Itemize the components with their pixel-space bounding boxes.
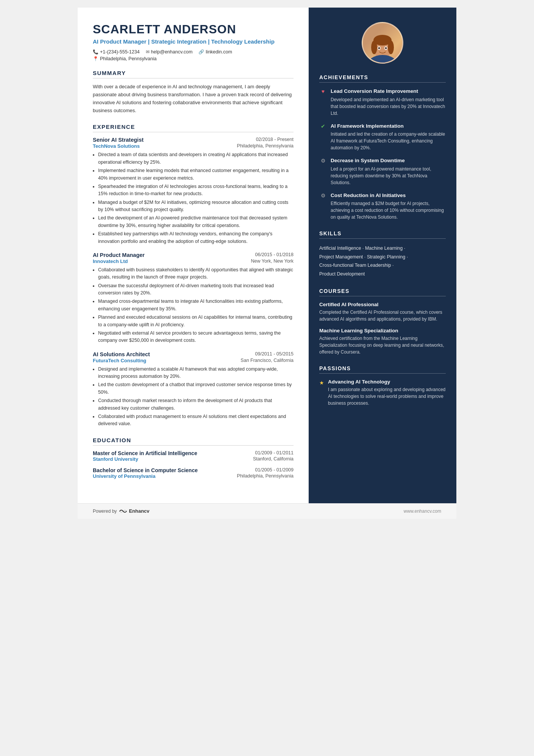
brand-name: Enhancv xyxy=(129,508,149,514)
passions-title: PASSIONS xyxy=(319,365,446,374)
website-contact: 🔗 linkedin.com xyxy=(198,49,232,55)
svg-point-4 xyxy=(371,41,377,54)
achievement-content: AI Framework Implementation Initiated an… xyxy=(331,123,446,152)
achievement-icon: ✔ xyxy=(319,123,327,131)
exp-location: San Francisco, California xyxy=(240,358,294,363)
achievement-title: Cost Reduction in AI Initiatives xyxy=(331,192,446,199)
achievements-section: ACHIEVEMENTS ♥ Lead Conversion Rate Impr… xyxy=(319,74,446,221)
exp-company: FuturaTech Consulting xyxy=(93,358,146,363)
achievement-title: Decrease in System Downtime xyxy=(331,157,446,164)
achievement-item: ♥ Lead Conversion Rate Improvement Devel… xyxy=(319,88,446,117)
achievement-icon: ⚙ xyxy=(319,158,327,165)
achievement-item: ⚙ Decrease in System Downtime Led a proj… xyxy=(319,157,446,186)
courses-section: COURSES Certified AI Professional Comple… xyxy=(319,288,446,355)
exp-company: Innovatech Ltd xyxy=(93,258,128,264)
achievement-title: Lead Conversion Rate Improvement xyxy=(331,88,446,95)
course-item: Certified AI Professional Completed the … xyxy=(319,302,446,322)
phone-contact: 📞 +1-(234)-555-1234 xyxy=(93,49,140,55)
list-item: Managed a budget of $2M for AI initiativ… xyxy=(98,199,294,214)
list-item: Led the custom development of a chatbot … xyxy=(98,381,294,396)
edu-school-row: Stanford University Stanford, California xyxy=(93,456,294,462)
powered-by-label: Powered by xyxy=(93,509,117,514)
edu-school: University of Pennsylvania xyxy=(93,473,155,479)
edu-header: Bachelor of Science in Computer Science … xyxy=(93,467,294,473)
exp-dates: 06/2015 - 01/2018 xyxy=(255,252,294,257)
exp-location: Philadelphia, Pennsylvania xyxy=(237,143,294,149)
exp-dates: 02/2018 - Present xyxy=(256,137,294,142)
edu-school: Stanford University xyxy=(93,456,138,462)
achievement-content: Lead Conversion Rate Improvement Develop… xyxy=(331,88,446,117)
resume-wrapper: SCARLETT ANDERSON AI Product Manager | S… xyxy=(78,8,456,519)
summary-section: SUMMARY With over a decade of experience… xyxy=(93,70,294,114)
list-item: Oversaw the successful deployment of AI-… xyxy=(98,282,294,297)
edu-location: Philadelphia, Pennsylvania xyxy=(237,473,294,479)
location-text: Philadelphia, Pennsylvania xyxy=(100,56,156,61)
header: SCARLETT ANDERSON AI Product Manager | S… xyxy=(93,23,294,61)
left-column: SCARLETT ANDERSON AI Product Manager | S… xyxy=(78,8,309,503)
list-item: Managed cross-departmental teams to inte… xyxy=(98,298,294,313)
exp-header: AI Product Manager 06/2015 - 01/2018 xyxy=(93,252,294,258)
list-item: Negotiated with external AI service prov… xyxy=(98,330,294,344)
exp-location: New York, New York xyxy=(251,258,294,264)
exp-company: TechNova Solutions xyxy=(93,143,140,149)
list-item: Designed and implemented a scalable AI f… xyxy=(98,366,294,380)
exp-dates: 09/2011 - 05/2015 xyxy=(255,351,294,357)
resume-body: SCARLETT ANDERSON AI Product Manager | S… xyxy=(78,8,456,503)
phone-icon: 📞 xyxy=(93,49,98,55)
achievement-item: ✔ AI Framework Implementation Initiated … xyxy=(319,123,446,152)
svg-point-8 xyxy=(378,47,380,49)
skills-text: Artificial Intelligence · Machine Learni… xyxy=(319,244,446,278)
summary-title: SUMMARY xyxy=(93,70,294,78)
exp-company-row: TechNova Solutions Philadelphia, Pennsyl… xyxy=(93,143,294,149)
course-title: Certified AI Professional xyxy=(319,302,446,307)
passion-icon: ★ xyxy=(319,380,324,407)
list-item: Directed a team of data scientists and d… xyxy=(98,151,294,166)
candidate-title: AI Product Manager | Strategic Integrati… xyxy=(93,38,294,45)
achievement-desc: Developed and implemented an AI-driven m… xyxy=(331,96,446,117)
education-list: Master of Science in Artificial Intellig… xyxy=(93,450,294,479)
profile-photo xyxy=(362,22,403,64)
svg-point-5 xyxy=(388,41,394,54)
email-icon: ✉ xyxy=(146,49,150,55)
email-address: help@enhancv.com xyxy=(151,49,193,55)
exp-bullets-list: Directed a team of data scientists and d… xyxy=(93,151,294,245)
experience-section: EXPERIENCE Senior AI Strategist 02/2018 … xyxy=(93,124,294,427)
list-item: Planned and executed educational session… xyxy=(98,314,294,329)
education-entry: Master of Science in Artificial Intellig… xyxy=(93,450,294,462)
photo-container xyxy=(319,22,446,64)
achievement-desc: Initiated and led the creation of a comp… xyxy=(331,131,446,151)
achievements-list: ♥ Lead Conversion Rate Improvement Devel… xyxy=(319,88,446,221)
footer-website: www.enhancv.com xyxy=(404,509,441,514)
website-url: linkedin.com xyxy=(206,49,232,55)
achievement-content: Decrease in System Downtime Led a projec… xyxy=(331,157,446,186)
education-entry: Bachelor of Science in Computer Science … xyxy=(93,467,294,479)
achievements-title: ACHIEVEMENTS xyxy=(319,74,446,83)
passion-title: Advancing AI Technology xyxy=(328,379,446,385)
enhancv-logo: Enhancv xyxy=(119,508,149,514)
passions-list: ★ Advancing AI Technology I am passionat… xyxy=(319,379,446,407)
svg-point-9 xyxy=(385,47,387,49)
svg-point-10 xyxy=(367,55,398,63)
edu-degree: Bachelor of Science in Computer Science xyxy=(93,467,198,473)
course-desc: Completed the Certified AI Professional … xyxy=(319,309,446,322)
list-item: Collaborated with business stakeholders … xyxy=(98,266,294,281)
edu-degree: Master of Science in Artificial Intellig… xyxy=(93,450,197,456)
skills-section: SKILLS Artificial Intelligence · Machine… xyxy=(319,230,446,278)
achievement-desc: Led a project for an AI-powered maintena… xyxy=(331,166,446,186)
course-title: Machine Learning Specialization xyxy=(319,328,446,333)
experience-list: Senior AI Strategist 02/2018 - Present T… xyxy=(93,137,294,427)
exp-role: Senior AI Strategist xyxy=(93,137,144,143)
summary-text: With over a decade of experience in AI a… xyxy=(93,83,294,114)
achievement-icon: ⚙ xyxy=(319,193,327,200)
achievement-desc: Efficiently managed a $2M budget for AI … xyxy=(331,200,446,221)
link-icon: 🔗 xyxy=(198,49,204,55)
list-item: Collaborated with product management to … xyxy=(98,413,294,428)
edu-header: Master of Science in Artificial Intellig… xyxy=(93,450,294,456)
exp-header: AI Solutions Architect 09/2011 - 05/2015 xyxy=(93,351,294,357)
edu-location: Stanford, California xyxy=(253,456,294,462)
list-item: Conducted thorough market research to in… xyxy=(98,397,294,412)
course-item: Machine Learning Specialization Achieved… xyxy=(319,328,446,355)
edu-dates: 01/2005 - 01/2009 xyxy=(255,467,294,473)
candidate-name: SCARLETT ANDERSON xyxy=(93,23,294,36)
exp-company-row: FuturaTech Consulting San Francisco, Cal… xyxy=(93,358,294,363)
